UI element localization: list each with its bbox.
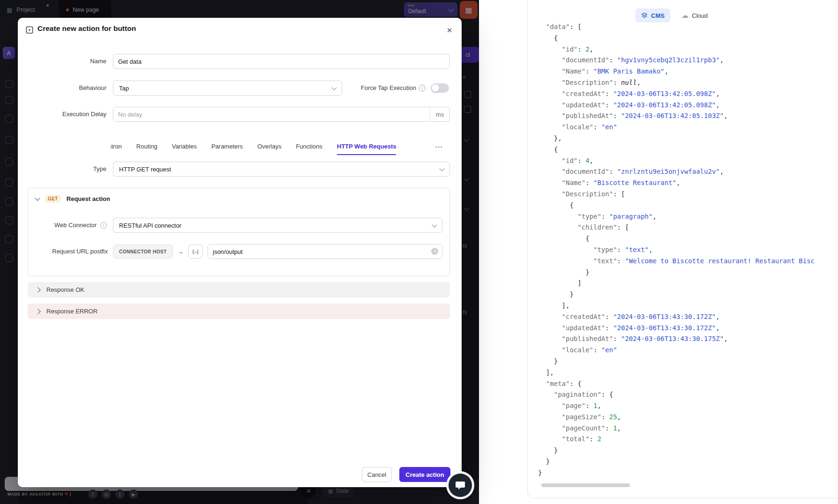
arrow-right-icon: → [177,244,184,259]
ms-unit-label: ms [430,107,449,121]
toggle-knob [432,84,439,92]
behaviour-select[interactable]: Tap [113,81,342,96]
action-icon [25,26,34,34]
chat-icon [455,480,466,491]
web-connector-select[interactable]: RESTful API connector [113,218,442,233]
web-connector-label: Web Connector [18,218,97,233]
tab-overlays[interactable]: Overlays [257,138,281,155]
horizontal-scrollbar-thumb[interactable] [541,483,630,487]
behaviour-label: Behaviour [18,81,106,96]
cms-label: CMS [651,12,665,19]
response-preview-card: CMS ☁ Cloud "data": [ { "id": 2, "docume… [527,0,838,498]
url-postfix-input[interactable] [208,244,442,259]
tab-http-web-requests[interactable]: HTTP Web Requests [337,138,397,155]
force-tap-label: Force Tap Execution [318,81,416,96]
execution-delay-label: Execution Delay [18,107,106,122]
create-action-modal: Create new action for button ✕ Name Beha… [18,18,462,487]
clear-icon[interactable]: ✕ [431,248,438,255]
url-input-wrap: ✕ [208,244,442,259]
chevron-down-icon [35,195,40,200]
create-action-button[interactable]: Create action [399,467,450,482]
behaviour-value: Tap [119,85,129,92]
execution-delay-group: ms [113,107,450,122]
type-select[interactable]: HTTP GET request [113,162,450,177]
cms-icon [641,12,648,19]
type-label: Type [18,162,106,177]
tabs-row: CrestronRoutingVariablesParametersOverla… [111,138,431,155]
tab-parameters[interactable]: Parameters [211,138,243,155]
more-tabs-button[interactable]: ⋯ [432,138,445,155]
json-code: "data": [ { "id": 2, "documentId": "hgv1… [538,22,815,479]
response-ok-label: Response OK [46,286,84,293]
cms-toggle[interactable]: CMS [636,8,670,22]
request-action-title: Request action [67,195,110,202]
name-input[interactable] [113,54,450,69]
variable-chip[interactable]: {–} [188,245,202,259]
request-action-header[interactable]: GET Request action [28,188,449,209]
force-tap-toggle[interactable] [431,83,449,93]
connector-host-chip[interactable]: CONNECTOR HOST [113,245,173,259]
cloud-icon: ☁ [681,11,688,20]
tab-functions[interactable]: Functions [296,138,322,155]
type-value: HTTP GET request [119,166,171,173]
response-ok-section[interactable]: Response OK [28,282,450,297]
preview-panel: CMS ☁ Cloud "data": [ { "id": 2, "docume… [479,0,838,504]
tab-crestron[interactable]: Crestron [111,138,122,155]
web-connector-value: RESTful API connector [119,222,181,229]
name-label: Name [18,54,106,69]
response-error-section[interactable]: Response ERROR [28,304,450,319]
tab-routing[interactable]: Routing [136,138,157,155]
tab-variables[interactable]: Variables [172,138,197,155]
cloud-toggle[interactable]: ☁ Cloud [681,8,708,22]
cloud-label: Cloud [692,12,708,19]
tabs-viewport: CrestronRoutingVariablesParametersOverla… [111,138,431,155]
modal-title: Create new action for button [37,24,136,33]
method-badge: GET [45,195,61,203]
cancel-button[interactable]: Cancel [362,467,392,482]
info-icon[interactable]: i [419,85,426,91]
execution-delay-input[interactable] [113,107,430,121]
web-connector-info-icon[interactable]: i [100,222,107,229]
close-button[interactable]: ✕ [443,24,456,37]
response-error-label: Response ERROR [46,308,97,315]
chevron-right-icon [35,309,40,314]
chevron-down-icon [432,222,437,227]
chat-bubble-button[interactable] [449,474,472,497]
url-postfix-label: Request URL postfix [18,244,108,259]
chevron-down-icon [439,166,444,171]
chevron-right-icon [35,287,40,292]
